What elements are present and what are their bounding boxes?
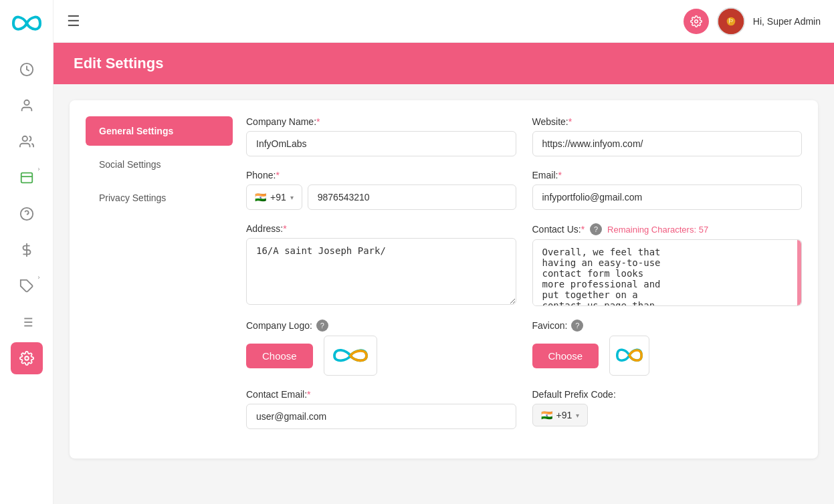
contact-us-input[interactable]: Overall, we feel that having an easy-to-…: [533, 240, 675, 306]
sidebar-item-billing[interactable]: [11, 234, 43, 266]
svg-text:🏳: 🏳: [728, 17, 734, 24]
email-label: Email:*: [532, 170, 803, 180]
svg-point-2: [22, 136, 27, 141]
content-area: General Settings Social Settings Privacy…: [54, 84, 834, 504]
address-input[interactable]: 16/A saint Joseph Park/: [246, 238, 516, 305]
email-group: Email:*: [532, 170, 803, 210]
company-logo-label: Company Logo:: [246, 320, 312, 331]
company-name-label: Company Name:*: [246, 116, 516, 127]
contact-email-label: Contact Email:*: [246, 389, 516, 400]
favicon-preview: [609, 336, 649, 376]
form-row-3: Address:* 16/A saint Joseph Park/ Contac…: [246, 223, 802, 306]
contact-email-group: Contact Email:*: [246, 389, 516, 429]
website-label: Website:*: [532, 116, 803, 127]
svg-rect-3: [21, 173, 32, 183]
settings-nav: General Settings Social Settings Privacy…: [86, 116, 233, 443]
email-input[interactable]: [532, 184, 803, 210]
page-title: Edit Settings: [74, 55, 814, 72]
phone-chevron-icon: ▾: [290, 194, 294, 201]
hamburger-icon[interactable]: ☰: [67, 13, 80, 30]
svg-point-1: [24, 100, 29, 105]
sidebar-item-list[interactable]: [11, 306, 43, 338]
phone-code: +91: [270, 192, 286, 203]
phone-country-select[interactable]: 🇮🇳 +91 ▾: [246, 184, 302, 210]
company-logo-group: Company Logo: ? Choose: [246, 320, 516, 376]
form-row-4: Company Logo: ? Choose: [246, 320, 802, 376]
settings-form: Company Name:* Website:*: [246, 116, 802, 443]
main-area: ☰ 🏳 Hi, Super Admin: [54, 0, 834, 504]
favicon-info-icon[interactable]: ?: [571, 320, 583, 332]
settings-icon-top[interactable]: [684, 9, 709, 34]
topbar-right: 🏳 Hi, Super Admin: [684, 7, 821, 35]
choose-logo-button[interactable]: Choose: [246, 344, 313, 368]
phone-label: Phone:*: [246, 170, 516, 180]
topbar: ☰ 🏳 Hi, Super Admin: [54, 0, 834, 43]
contact-us-info-icon[interactable]: ?: [590, 223, 602, 235]
default-prefix-chevron-icon: ▾: [576, 412, 579, 419]
address-label: Address:*: [246, 223, 516, 234]
sidebar-item-help[interactable]: [11, 198, 43, 230]
sidebar-item-tags[interactable]: ›: [11, 270, 43, 302]
nav-item-general[interactable]: General Settings: [86, 116, 233, 146]
app-logo: [10, 7, 43, 40]
company-name-input[interactable]: [246, 131, 516, 156]
page-header: Edit Settings: [54, 43, 834, 84]
sidebar-item-settings[interactable]: [11, 342, 43, 374]
sidebar-item-users[interactable]: [11, 90, 43, 122]
admin-greeting: Hi, Super Admin: [753, 16, 821, 27]
topbar-left: ☰: [67, 13, 80, 30]
remaining-chars-badge: Remaining Characters: 57: [607, 225, 708, 235]
sidebar-item-dashboard[interactable]: [11, 53, 43, 86]
contact-us-label: Contact Us:*: [532, 224, 585, 235]
phone-input-group: 🇮🇳 +91 ▾: [246, 184, 516, 210]
default-prefix-group: Default Prefix Code: 🇮🇳 +91 ▾: [532, 389, 803, 429]
form-row-5: Contact Email:* Default Prefix Code: 🇮🇳 …: [246, 389, 802, 429]
sidebar-item-cards[interactable]: ›: [11, 162, 43, 194]
nav-item-social[interactable]: Social Settings: [86, 150, 233, 179]
favicon-label: Favicon:: [532, 320, 568, 331]
default-prefix-flag: 🇮🇳: [541, 410, 552, 420]
default-prefix-label: Default Prefix Code:: [532, 389, 803, 400]
default-prefix-select[interactable]: 🇮🇳 +91 ▾: [532, 404, 589, 426]
address-group: Address:* 16/A saint Joseph Park/: [246, 223, 516, 306]
avatar[interactable]: 🏳: [717, 7, 745, 35]
phone-flag: 🇮🇳: [255, 192, 266, 203]
favicon-group: Favicon: ? Choose: [532, 320, 803, 376]
nav-item-privacy[interactable]: Privacy Settings: [86, 183, 233, 213]
svg-point-15: [25, 356, 29, 360]
settings-container: General Settings Social Settings Privacy…: [70, 100, 818, 459]
company-logo-preview: [324, 336, 377, 376]
default-prefix-code: +91: [556, 410, 572, 420]
website-group: Website:*: [532, 116, 803, 156]
company-name-group: Company Name:*: [246, 116, 516, 156]
choose-favicon-button[interactable]: Choose: [532, 344, 599, 368]
svg-point-16: [695, 19, 698, 23]
website-input[interactable]: [532, 131, 803, 156]
contact-us-group: Contact Us:* ? Remaining Characters: 57 …: [532, 223, 803, 306]
phone-number-input[interactable]: [308, 184, 516, 210]
phone-group: Phone:* 🇮🇳 +91 ▾: [246, 170, 516, 210]
company-logo-info-icon[interactable]: ?: [316, 320, 328, 332]
sidebar: › ›: [0, 0, 54, 504]
form-row-2: Phone:* 🇮🇳 +91 ▾: [246, 170, 802, 210]
form-row-1: Company Name:* Website:*: [246, 116, 802, 156]
sidebar-item-groups[interactable]: [11, 126, 43, 158]
contact-email-input[interactable]: [246, 404, 516, 429]
